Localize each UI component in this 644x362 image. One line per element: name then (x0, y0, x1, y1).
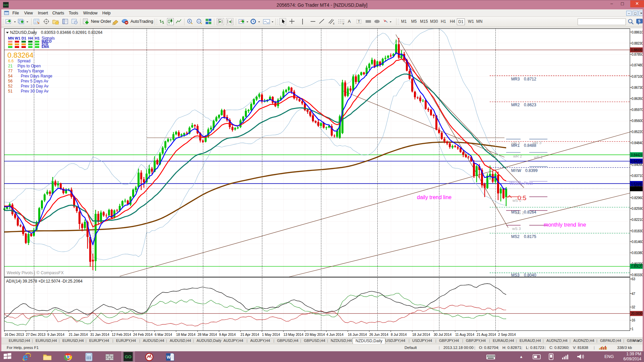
svg-text:27 Dec 2013: 27 Dec 2013 (26, 333, 46, 337)
svg-text:0.88000: 0.88000 (631, 48, 643, 52)
svg-text:MN: MN (8, 36, 14, 40)
svg-text:wR 3: wR 3 (532, 141, 541, 145)
svg-text:77: 77 (8, 69, 13, 73)
svg-text:30 Jul 2014: 30 Jul 2014 (434, 333, 452, 337)
svg-text:0.87480: 0.87480 (632, 63, 643, 67)
svg-text:W1: W1 (15, 36, 20, 40)
svg-text:32: 32 (632, 305, 635, 309)
svg-text:0.85970: 0.85970 (632, 108, 643, 112)
svg-text:0.8399: 0.8399 (525, 168, 538, 173)
svg-text:0.84840: 0.84840 (632, 141, 643, 145)
svg-text:18 Jul 2014: 18 Jul 2014 (412, 333, 430, 337)
svg-text:0.81460: 0.81460 (632, 240, 643, 244)
svg-text:H4: H4 (28, 36, 33, 40)
svg-text:54: 54 (8, 74, 13, 78)
svg-text:0.81080: 0.81080 (632, 251, 643, 255)
svg-text:1: 1 (632, 327, 634, 331)
svg-text:0.84090: 0.84090 (632, 163, 643, 167)
svg-text:ADX(14) 39.2578 +DI:12.5074 -D: ADX(14) 39.2578 +DI:12.5074 -DI:25.2064 (6, 279, 83, 284)
svg-text:H1: H1 (35, 36, 40, 40)
svg-text:Weekly Pivot: Weekly Pivot (509, 181, 533, 186)
svg-text:E: E (333, 22, 335, 25)
svg-text:31 Jan 2014: 31 Jan 2014 (90, 333, 109, 337)
svg-text:51: 51 (8, 89, 13, 94)
svg-text:0.80620: 0.80620 (631, 265, 643, 268)
svg-text:MS3: MS3 (511, 273, 520, 278)
svg-text:21 Apr 2014: 21 Apr 2014 (240, 333, 259, 337)
svg-text:56: 56 (8, 79, 13, 83)
svg-text:21 Aug 2014: 21 Aug 2014 (477, 333, 496, 337)
svg-text:52: 52 (8, 84, 13, 88)
svg-text:wS 2: wS 2 (515, 211, 524, 215)
svg-text:0.8712: 0.8712 (524, 77, 536, 81)
svg-text:wS 3: wS 3 (512, 227, 521, 231)
svg-text:0.88610: 0.88610 (632, 31, 643, 34)
svg-text:5: 5 (638, 19, 640, 23)
svg-text:0.84423: 0.84423 (631, 153, 643, 157)
svg-text:9 Apr 2014: 9 Apr 2014 (219, 333, 236, 337)
svg-text:9 Jan 2014: 9 Jan 2014 (47, 333, 64, 337)
svg-text:W: W (167, 355, 171, 360)
svg-text:6 Mar 2014: 6 Mar 2014 (155, 333, 172, 337)
svg-text:18 Mar 2014: 18 Mar 2014 (176, 333, 196, 337)
svg-text:2 Sep 2014: 2 Sep 2014 (498, 333, 516, 337)
svg-text:0.83053 0.83466 0.82691 0.8326: 0.83053 0.83466 0.82691 0.83264 (41, 30, 103, 35)
svg-text:0.83710: 0.83710 (632, 174, 643, 178)
svg-text:0.80330: 0.80330 (632, 273, 643, 277)
svg-text:13 May 2014: 13 May 2014 (283, 333, 304, 337)
svg-text:wR 3: wR 3 (511, 141, 520, 145)
svg-text:16: 16 (632, 318, 635, 322)
svg-text:0.82960: 0.82960 (632, 196, 643, 200)
svg-text:0.82210: 0.82210 (632, 218, 643, 222)
svg-text:21 Jan 2014: 21 Jan 2014 (69, 333, 88, 337)
svg-text:16 Dec 2013: 16 Dec 2013 (4, 333, 24, 337)
svg-text:28 Mar 2014: 28 Mar 2014 (198, 333, 217, 337)
svg-text:0.83446: 0.83446 (631, 182, 643, 186)
svg-text:0.82590: 0.82590 (632, 207, 643, 210)
svg-text:0:5: 0:5 (518, 194, 526, 201)
svg-text:MR2: MR2 (511, 103, 520, 107)
svg-text:47: 47 (632, 292, 635, 296)
svg-text:D1: D1 (21, 36, 26, 40)
svg-text:0.87850: 0.87850 (632, 53, 643, 56)
svg-text:monthly trend line: monthly trend line (544, 222, 586, 228)
svg-text:0.85600: 0.85600 (632, 119, 643, 123)
svg-text:MR3: MR3 (511, 77, 520, 81)
svg-text:23 May 2014: 23 May 2014 (305, 333, 325, 337)
svg-text:0.85220: 0.85220 (632, 130, 643, 134)
svg-text:Weekly Pivots | © CompassFX: Weekly Pivots | © CompassFX (7, 270, 64, 275)
svg-text:R 1: R 1 (515, 168, 521, 172)
svg-text:Pips to Open: Pips to Open (17, 64, 41, 68)
svg-text:Prev 5 Days Av: Prev 5 Days Av (21, 79, 48, 83)
svg-text:NZDUSD,Daily: NZDUSD,Daily (10, 30, 37, 35)
svg-text:Today's Range: Today's Range (17, 69, 44, 73)
svg-text:0.8264: 0.8264 (524, 210, 536, 215)
svg-text:0.84204: 0.84204 (631, 160, 643, 163)
svg-text:Spread: Spread (17, 59, 31, 63)
svg-text:0.86730: 0.86730 (632, 86, 643, 89)
svg-text:4 Jun 2014: 4 Jun 2014 (326, 333, 343, 337)
svg-text:0.8623: 0.8623 (524, 103, 536, 107)
svg-text:20.00000: 20.00000 (631, 312, 644, 315)
svg-text:wR 2: wR 2 (513, 154, 522, 158)
svg-text:wR 2: wR 2 (534, 155, 543, 159)
svg-text:21: 21 (8, 64, 13, 68)
svg-text:0.87100: 0.87100 (632, 75, 643, 78)
svg-text:16 Jun 2014: 16 Jun 2014 (348, 333, 367, 337)
svg-text:0.83264: 0.83264 (631, 187, 643, 191)
svg-text:6.6: 6.6 (8, 59, 14, 63)
svg-text:0.81830: 0.81830 (632, 229, 643, 233)
svg-text:8 Jul 2014: 8 Jul 2014 (391, 333, 407, 337)
svg-text:T: T (358, 20, 360, 23)
svg-text:63: 63 (632, 277, 635, 281)
svg-text:24 Feb 2014: 24 Feb 2014 (133, 333, 153, 337)
svg-text:11 Aug 2014: 11 Aug 2014 (455, 333, 474, 337)
svg-text:0.8175: 0.8175 (524, 234, 536, 239)
svg-text:0.8040: 0.8040 (524, 273, 536, 278)
svg-text:F: F (343, 23, 344, 25)
svg-text:12 Feb 2014: 12 Feb 2014 (112, 333, 131, 337)
svg-text:Prev 30 Day Av: Prev 30 Day Av (21, 89, 49, 94)
svg-text:Prev 10 Day Av: Prev 10 Day Av (21, 84, 49, 88)
svg-text:0.86350: 0.86350 (632, 97, 643, 101)
svg-text:EMA: EMA (42, 45, 49, 49)
